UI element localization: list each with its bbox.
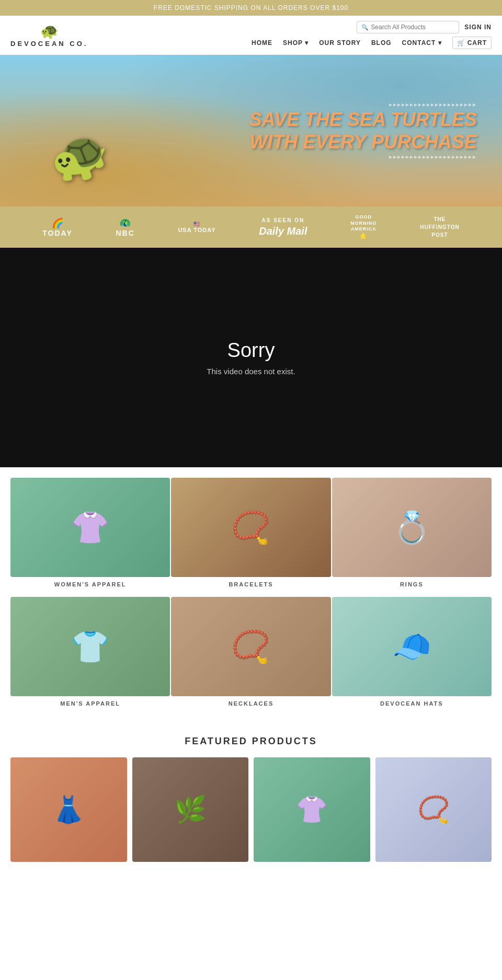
hero-section: 🐢 ▸▸▸▸▸▸▸▸▸▸▸▸▸▸▸▸▸▸▸▸▸ SAVE THE SEA TUR… bbox=[0, 55, 502, 206]
header-top-row: 🔍 SIGN IN bbox=[357, 21, 492, 33]
video-sorry-text: Sorry bbox=[227, 339, 275, 362]
nav-row: HOME SHOP ▾ OUR STORY BLOG CONTACT ▾ 🛒 C… bbox=[252, 37, 492, 49]
logo-text: DEVOCEAN CO. bbox=[10, 40, 88, 48]
as-seen-on-bar: 🌈 TODAY 🦚 NBC 🇺🇸 USA TODAY AS SEEN ON Da… bbox=[0, 206, 502, 248]
hero-line1: SAVE THE SEA TURTLES bbox=[249, 109, 477, 130]
nav-home[interactable]: HOME bbox=[252, 39, 272, 47]
necklaces-image: 📿 bbox=[171, 597, 330, 696]
nav-shop[interactable]: SHOP ▾ bbox=[283, 39, 309, 47]
nav-contact[interactable]: CONTACT ▾ bbox=[402, 39, 442, 47]
deco-arrows-top: ▸▸▸▸▸▸▸▸▸▸▸▸▸▸▸▸▸▸▸▸▸ bbox=[249, 101, 477, 108]
category-rings[interactable]: 💍 RINGS bbox=[332, 478, 492, 596]
turtle-image: 🐢 bbox=[46, 124, 113, 189]
hero-accent: EVERY PURCHASE bbox=[303, 131, 477, 153]
bracelets-label: BRACELETS bbox=[229, 581, 273, 587]
top-banner: FREE DOMESTIC SHIPPING ON ALL ORDERS OVE… bbox=[0, 0, 502, 16]
featured-image-1: 👗 bbox=[10, 757, 127, 862]
featured-image-3: 👚 bbox=[254, 757, 370, 862]
gma-logo: GOODMORNINGAMERICA ⭐ bbox=[350, 214, 377, 240]
video-message: This video does not exist. bbox=[207, 367, 295, 376]
nav-our-story[interactable]: OUR STORY bbox=[319, 39, 361, 47]
cart-icon: 🛒 bbox=[457, 39, 465, 47]
hero-headline: SAVE THE SEA TURTLES WITH EVERY PURCHASE bbox=[249, 108, 477, 153]
nav-blog[interactable]: BLOG bbox=[371, 39, 392, 47]
rings-label: RINGS bbox=[400, 581, 424, 587]
mens-apparel-label: MEN'S APPAREL bbox=[60, 700, 120, 707]
cart-button[interactable]: 🛒 CART bbox=[452, 37, 492, 49]
featured-image-4: 📿 bbox=[375, 757, 492, 862]
womens-apparel-label: WOMEN'S APPAREL bbox=[54, 581, 127, 587]
featured-grid: 👗 🌿 👚 📿 bbox=[10, 757, 492, 862]
womens-apparel-image: 👚 bbox=[10, 478, 170, 577]
category-womens-apparel[interactable]: 👚 WOMEN'S APPAREL bbox=[10, 478, 170, 596]
today-logo: 🌈 TODAY bbox=[42, 217, 72, 237]
header: 🐢 DEVOCEAN CO. 🔍 SIGN IN HOME SHOP ▾ OUR… bbox=[0, 16, 502, 55]
hero-text: ▸▸▸▸▸▸▸▸▸▸▸▸▸▸▸▸▸▸▸▸▸ SAVE THE SEA TURTL… bbox=[249, 101, 477, 160]
featured-item-2[interactable]: 🌿 bbox=[132, 757, 249, 862]
category-grid: 👚 WOMEN'S APPAREL 📿 BRACELETS 💍 RINGS 👕 … bbox=[0, 467, 502, 725]
as-seen-on-label: AS SEEN ON bbox=[259, 217, 307, 223]
featured-section: FEATURED PRODUCTS 👗 🌿 👚 📿 bbox=[0, 725, 502, 872]
video-section: Sorry This video does not exist. bbox=[0, 248, 502, 467]
featured-image-2: 🌿 bbox=[132, 757, 249, 862]
mens-apparel-image: 👕 bbox=[10, 597, 170, 696]
sign-in-link[interactable]: SIGN IN bbox=[464, 24, 492, 31]
category-necklaces[interactable]: 📿 NECKLACES bbox=[171, 597, 330, 715]
category-bracelets[interactable]: 📿 BRACELETS bbox=[171, 478, 330, 596]
devocean-hats-image: 🧢 bbox=[332, 597, 492, 696]
logo[interactable]: 🐢 DEVOCEAN CO. bbox=[10, 22, 88, 48]
deco-arrows-bottom: ▸▸▸▸▸▸▸▸▸▸▸▸▸▸▸▸▸▸▸▸▸ bbox=[249, 153, 477, 160]
cart-label: CART bbox=[467, 39, 487, 47]
search-box[interactable]: 🔍 bbox=[357, 21, 459, 33]
bracelets-image: 📿 bbox=[171, 478, 330, 577]
as-seen-on-label-container: AS SEEN ON Daily Mail bbox=[259, 217, 307, 237]
header-right: 🔍 SIGN IN HOME SHOP ▾ OUR STORY BLOG CON… bbox=[252, 21, 492, 49]
banner-text: FREE DOMESTIC SHIPPING ON ALL ORDERS OVE… bbox=[154, 4, 348, 11]
logo-icon: 🐢 bbox=[40, 22, 59, 40]
huffpost-logo: THEHUFFINGTONPOST bbox=[420, 215, 459, 239]
featured-item-1[interactable]: 👗 bbox=[10, 757, 127, 862]
nbc-logo: 🦚 NBC bbox=[116, 217, 134, 237]
category-mens-apparel[interactable]: 👕 MEN'S APPAREL bbox=[10, 597, 170, 715]
featured-item-3[interactable]: 👚 bbox=[254, 757, 370, 862]
rings-image: 💍 bbox=[332, 478, 492, 577]
usa-today-logo: 🇺🇸 USA TODAY bbox=[178, 221, 215, 233]
devocean-hats-label: DEVOCEAN HATS bbox=[380, 700, 443, 707]
daily-mail-logo: Daily Mail bbox=[259, 225, 307, 237]
necklaces-label: NECKLACES bbox=[229, 700, 273, 707]
search-icon: 🔍 bbox=[361, 24, 369, 31]
category-devocean-hats[interactable]: 🧢 DEVOCEAN HATS bbox=[332, 597, 492, 715]
featured-item-4[interactable]: 📿 bbox=[375, 757, 492, 862]
hero-line2: WITH EVERY PURCHASE bbox=[249, 131, 477, 153]
featured-title: FEATURED PRODUCTS bbox=[10, 736, 492, 747]
search-input[interactable] bbox=[371, 24, 454, 31]
